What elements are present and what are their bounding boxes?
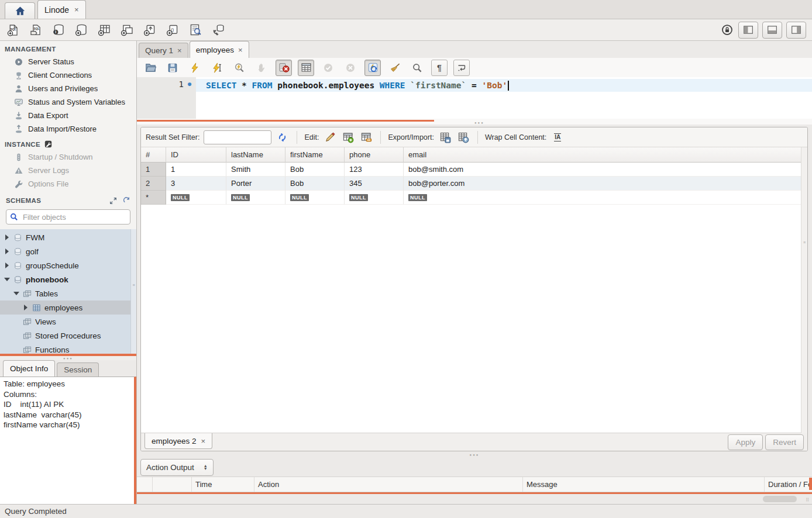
revert-button[interactable]: Revert bbox=[765, 434, 804, 450]
tab-session[interactable]: Session bbox=[57, 362, 99, 377]
chevron-right-icon[interactable] bbox=[23, 305, 29, 310]
splitter-grip[interactable]: ●●● bbox=[0, 356, 136, 360]
find-icon[interactable] bbox=[409, 60, 425, 76]
add-row-icon[interactable] bbox=[341, 131, 355, 144]
toggle-bottom-panel-icon[interactable] bbox=[762, 22, 782, 39]
column-header[interactable]: # bbox=[141, 147, 166, 163]
table-row-new-placeholder[interactable]: * NULL NULL NULL NULL NULL bbox=[141, 191, 807, 205]
result-grid-scrollbar[interactable]: ≡ bbox=[801, 147, 807, 433]
cell[interactable]: 345 bbox=[345, 177, 404, 191]
import-icon[interactable] bbox=[456, 131, 470, 144]
column-header[interactable]: lastName bbox=[226, 147, 285, 163]
cell[interactable]: Smith bbox=[226, 163, 285, 177]
horizontal-scrollbar-thumb[interactable] bbox=[763, 496, 797, 502]
output-column-header[interactable]: Action bbox=[254, 477, 523, 492]
connection-tab[interactable]: Linode × bbox=[37, 0, 86, 19]
invisible-chars-icon[interactable]: ¶ bbox=[431, 60, 448, 76]
cell[interactable]: Bob bbox=[285, 177, 345, 191]
cell[interactable]: NULL bbox=[404, 191, 807, 205]
result-output-splitter[interactable]: ●●● bbox=[137, 451, 812, 458]
column-header[interactable]: firstName bbox=[285, 147, 345, 163]
chevron-down-icon[interactable] bbox=[4, 277, 10, 282]
sidebar-item-users-privileges[interactable]: Users and Privileges bbox=[0, 82, 136, 95]
sidebar-item-client-connections[interactable]: Client Connections bbox=[0, 68, 136, 82]
tree-item-schema-phonebook[interactable]: phonebook bbox=[0, 272, 136, 286]
reconnect-db-icon[interactable] bbox=[211, 23, 225, 37]
tab-object-info[interactable]: Object Info bbox=[3, 360, 55, 377]
create-table-icon[interactable] bbox=[97, 23, 111, 37]
sidebar-item-server-logs[interactable]: Server Logs bbox=[0, 164, 136, 177]
new-sql-tab-icon[interactable]: SQL bbox=[6, 23, 20, 37]
tree-item-table-employees[interactable]: employees bbox=[0, 301, 136, 315]
sidebar-item-startup-shutdown[interactable]: Startup / Shutdown bbox=[0, 150, 136, 164]
cell[interactable]: Porter bbox=[226, 177, 285, 191]
create-view-icon[interactable] bbox=[120, 23, 134, 37]
result-set-filter-input[interactable] bbox=[204, 130, 271, 144]
wrap-cell-icon[interactable]: IA bbox=[550, 131, 565, 144]
stop-icon[interactable] bbox=[253, 60, 270, 76]
expand-schemas-icon[interactable] bbox=[109, 197, 117, 205]
execute-icon[interactable] bbox=[187, 60, 203, 76]
editor-result-splitter[interactable]: ●●● bbox=[137, 119, 812, 125]
chevron-right-icon[interactable] bbox=[4, 234, 10, 240]
beautify-icon[interactable] bbox=[387, 60, 403, 76]
chevron-right-icon[interactable] bbox=[4, 263, 10, 268]
execute-current-icon[interactable] bbox=[209, 60, 225, 76]
resize-grip-icon[interactable]: ⠿ bbox=[806, 498, 810, 503]
cell[interactable]: bob@porter.com bbox=[404, 177, 807, 191]
wrap-text-icon[interactable] bbox=[453, 60, 470, 76]
tree-item-views-folder[interactable]: Views bbox=[0, 315, 136, 329]
sidebar-item-data-import[interactable]: Data Import/Restore bbox=[0, 122, 136, 136]
create-procedure-icon[interactable] bbox=[143, 23, 157, 37]
schema-inspector-icon[interactable]: i bbox=[51, 23, 66, 37]
refresh-schemas-icon[interactable] bbox=[122, 196, 130, 205]
autocommit-icon[interactable] bbox=[364, 60, 381, 76]
column-header[interactable]: email bbox=[404, 147, 807, 163]
cell[interactable]: 123 bbox=[345, 163, 404, 177]
output-column-header[interactable]: Time bbox=[192, 477, 254, 492]
delete-row-icon[interactable] bbox=[359, 131, 373, 144]
tree-item-schema[interactable]: groupSchedule bbox=[0, 258, 136, 272]
output-column-header[interactable]: Message bbox=[523, 477, 765, 492]
toggle-stop-on-error-icon[interactable] bbox=[276, 60, 292, 76]
sql-code-area[interactable]: 1 ● SELECT * FROM phonebook.employees WH… bbox=[137, 77, 812, 119]
tab-result-employees-2[interactable]: employees 2 × bbox=[144, 433, 212, 449]
save-icon[interactable] bbox=[164, 60, 181, 76]
table-row[interactable]: 2 3 Porter Bob 345 bob@porter.com bbox=[141, 177, 807, 191]
cell[interactable]: 1 bbox=[166, 163, 226, 177]
tab-employees[interactable]: employees × bbox=[190, 41, 249, 58]
commit-icon[interactable] bbox=[320, 60, 336, 76]
sidebar-item-data-export[interactable]: Data Export bbox=[0, 109, 136, 122]
output-column-header[interactable]: Duration / Fetch bbox=[765, 477, 812, 492]
open-sql-script-icon[interactable]: SQL bbox=[29, 23, 43, 37]
tree-item-functions-folder[interactable]: Functions bbox=[0, 343, 136, 354]
search-data-icon[interactable] bbox=[188, 23, 202, 37]
toggle-right-panel-icon[interactable] bbox=[786, 22, 806, 39]
refresh-icon[interactable] bbox=[276, 131, 290, 144]
cell[interactable]: Bob bbox=[285, 163, 345, 177]
apply-button[interactable]: Apply bbox=[728, 434, 763, 450]
cell[interactable]: NULL bbox=[345, 191, 404, 205]
schema-filter-input[interactable] bbox=[22, 212, 127, 222]
tab-query-1[interactable]: Query 1 × bbox=[139, 43, 188, 58]
cell[interactable]: 3 bbox=[166, 177, 226, 191]
cell[interactable]: NULL bbox=[166, 191, 226, 205]
cell[interactable]: NULL bbox=[226, 191, 285, 205]
toggle-left-panel-icon[interactable] bbox=[738, 22, 758, 39]
home-tab[interactable] bbox=[5, 2, 35, 19]
sql-line-1[interactable]: SELECT * FROM phonebook.employees WHERE … bbox=[196, 79, 812, 92]
close-icon[interactable]: × bbox=[201, 437, 206, 446]
create-schema-icon[interactable] bbox=[74, 23, 88, 37]
tree-item-schema[interactable]: FWM bbox=[0, 230, 136, 244]
rollback-icon[interactable] bbox=[342, 60, 359, 76]
security-lock-icon[interactable] bbox=[720, 23, 734, 37]
sidebar-item-system-variables[interactable]: Status and System Variables bbox=[0, 95, 136, 109]
output-type-select[interactable]: Action Output ▲▼ bbox=[140, 459, 214, 476]
edit-pencil-icon[interactable] bbox=[323, 131, 337, 144]
chevron-right-icon[interactable] bbox=[4, 248, 10, 254]
tree-item-tables-folder[interactable]: Tables bbox=[0, 286, 136, 301]
sidebar-item-server-status[interactable]: Server Status bbox=[0, 55, 136, 68]
close-icon[interactable]: × bbox=[74, 5, 79, 14]
sidebar-item-options-file[interactable]: Options File bbox=[0, 177, 136, 191]
export-icon[interactable] bbox=[438, 131, 452, 144]
